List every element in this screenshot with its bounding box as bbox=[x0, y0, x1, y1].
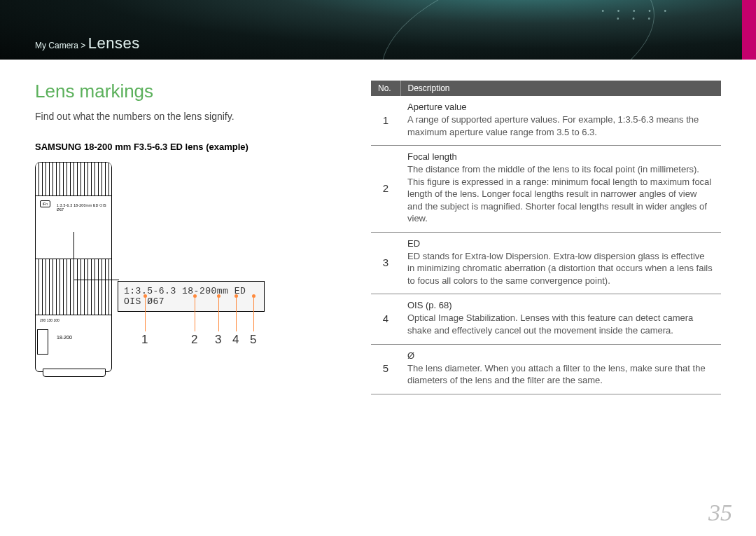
lens-mount bbox=[43, 369, 106, 377]
row-no: 2 bbox=[371, 146, 400, 233]
row-no: 3 bbox=[371, 232, 400, 294]
markings-table: No. Description 1 Aperture value A range… bbox=[371, 81, 721, 394]
lens-base: 200 130 100 18-200 bbox=[36, 315, 111, 366]
row-term: Focal length bbox=[407, 151, 714, 162]
row-desc: Ø The lens diameter. When you attach a f… bbox=[400, 344, 721, 394]
pointer-label-1: 1 bbox=[141, 333, 148, 347]
row-term: Ø bbox=[407, 350, 714, 361]
left-column: Lens markings Find out what the numbers … bbox=[35, 81, 343, 394]
example-title: SAMSUNG 18-200 mm F3.5-6.3 ED lens (exam… bbox=[35, 142, 343, 152]
pointer-4 bbox=[236, 296, 237, 331]
intro-text: Find out what the numbers on the lens si… bbox=[35, 111, 343, 122]
lens-focus-ring bbox=[36, 163, 111, 196]
callout-text-box: 1:3.5-6.3 18-200mm ED OIS Ø67 bbox=[118, 281, 265, 312]
row-no: 5 bbox=[371, 344, 400, 394]
row-desc: Focal length The distance from the middl… bbox=[400, 146, 721, 233]
row-term: ED bbox=[407, 238, 714, 249]
table-row: 3 ED ED stands for Extra-low Dispersion.… bbox=[371, 232, 721, 294]
callout-leader-v bbox=[74, 232, 74, 281]
header-dots: • • • • • • • • bbox=[601, 7, 672, 22]
page-header: • • • • • • • • My Camera > Lenses bbox=[0, 0, 756, 60]
page-number: 35 bbox=[708, 500, 732, 526]
row-def: The distance from the middle of the lens… bbox=[407, 164, 711, 224]
ifn-badge: iFn bbox=[40, 200, 50, 207]
section-title: Lens markings bbox=[35, 81, 343, 102]
pointer-label-3: 3 bbox=[215, 333, 221, 347]
content-area: Lens markings Find out what the numbers … bbox=[0, 60, 756, 394]
pointer-3 bbox=[218, 296, 219, 331]
row-no: 4 bbox=[371, 294, 400, 344]
table-row: 2 Focal length The distance from the mid… bbox=[371, 146, 721, 233]
th-no: No. bbox=[371, 81, 400, 96]
breadcrumb-sep: > bbox=[80, 41, 85, 50]
row-desc: Aperture value A range of supported aper… bbox=[400, 96, 721, 146]
row-term: Aperture value bbox=[407, 102, 714, 112]
pointer-1 bbox=[145, 296, 146, 331]
af-ois-switches bbox=[37, 329, 48, 355]
row-no: 1 bbox=[371, 96, 400, 146]
row-term: OIS (p. 68) bbox=[407, 300, 714, 310]
table-row: 5 Ø The lens diameter. When you attach a… bbox=[371, 344, 721, 394]
pointer-label-4: 4 bbox=[232, 333, 239, 347]
pointer-label-2: 2 bbox=[191, 333, 197, 347]
breadcrumb: My Camera > Lenses bbox=[35, 34, 140, 53]
breadcrumb-current: Lenses bbox=[88, 34, 140, 52]
right-column: No. Description 1 Aperture value A range… bbox=[371, 81, 721, 394]
pointer-label-5: 5 bbox=[250, 333, 256, 347]
callout-leader-h bbox=[74, 280, 119, 280]
lens-illustration: iFn 1:3.5-6.3 18-200mm ED OIS Ø67 200 13… bbox=[35, 162, 266, 379]
table-row: 1 Aperture value A range of supported ap… bbox=[371, 96, 721, 146]
th-desc: Description bbox=[400, 81, 721, 96]
row-def: The lens diameter. When you attach a fil… bbox=[407, 363, 706, 386]
focal-scale: 200 130 100 bbox=[40, 318, 59, 322]
row-desc: ED ED stands for Extra-low Dispersion. E… bbox=[400, 232, 721, 294]
pointer-2 bbox=[195, 296, 195, 331]
row-desc: OIS (p. 68) Optical Image Stabilization.… bbox=[400, 294, 721, 344]
row-def: A range of supported aperture values. Fo… bbox=[407, 114, 699, 137]
row-def: ED stands for Extra-low Dispersion. Extr… bbox=[407, 251, 713, 286]
zoom-label: 18-200 bbox=[57, 335, 72, 340]
barrel-text: 1:3.5-6.3 18-200mm ED OIS Ø67 bbox=[57, 203, 111, 212]
pointer-5 bbox=[253, 296, 254, 331]
breadcrumb-parent: My Camera bbox=[35, 41, 78, 50]
table-row: 4 OIS (p. 68) Optical Image Stabilizatio… bbox=[371, 294, 721, 344]
row-def: Optical Image Stabilization. Lenses with… bbox=[407, 312, 693, 336]
